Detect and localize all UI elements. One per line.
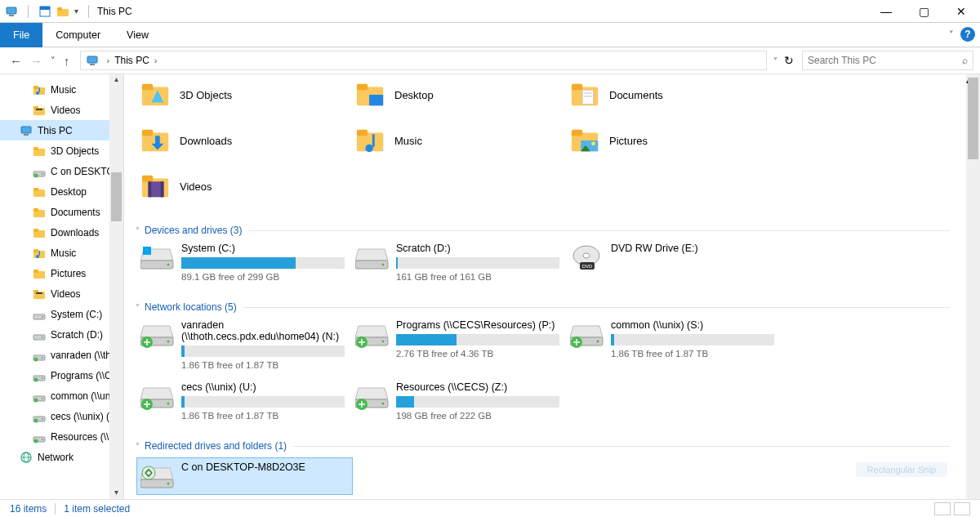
drive-item[interactable]: Programs (\\CECS\Resources) (P:)2.76 TB …	[355, 319, 570, 370]
folder-item[interactable]: Documents	[570, 79, 785, 110]
drive-item[interactable]: common (\\unix) (S:)1.86 TB free of 1.87…	[570, 319, 785, 370]
drive-item[interactable]: cecs (\\unix) (U:)1.86 TB free of 1.87 T…	[140, 381, 355, 421]
forward-button[interactable]: →	[30, 54, 42, 68]
group-header[interactable]: ˅Network locations (5)	[136, 301, 966, 313]
drive-icon	[140, 463, 175, 491]
folder-item[interactable]: Music	[355, 125, 570, 156]
scroll-thumb[interactable]	[111, 172, 122, 221]
computer-tab[interactable]: Computer	[42, 23, 114, 47]
search-box[interactable]: Search This PC ⌕	[802, 51, 973, 70]
view-details-button[interactable]	[934, 502, 951, 515]
drive-free-text: 89.1 GB free of 299 GB	[181, 272, 355, 282]
tree-item[interactable]: Programs (\\CECS	[0, 365, 123, 386]
usage-bar	[396, 257, 559, 269]
view-tab[interactable]: View	[114, 23, 162, 47]
tree-item[interactable]: System (C:)	[0, 304, 123, 324]
close-button[interactable]: ✕	[942, 0, 980, 23]
drive-item[interactable]: vanraden (\\thoth.cecs.pdx.edu\home04) (…	[140, 319, 355, 370]
drive-name: Resources (\\CECS) (Z:)	[396, 381, 570, 393]
usage-bar	[611, 334, 774, 345]
drive-item[interactable]: Scratch (D:)161 GB free of 161 GB	[355, 243, 570, 282]
ribbon: File Computer View ˅ ?	[0, 23, 980, 47]
search-icon[interactable]: ⌕	[962, 55, 968, 66]
desktop-icon	[355, 79, 386, 110]
pictures-icon	[570, 125, 601, 156]
tree-item-label: Documents	[51, 207, 100, 218]
chevron-down-icon[interactable]: ˅	[136, 442, 140, 451]
content-scrollbar[interactable]: ▴	[966, 74, 980, 501]
tree-item-label: Videos	[51, 288, 80, 300]
chevron-down-icon[interactable]: ˅	[136, 226, 140, 235]
drive-item[interactable]: C on DESKTOP-M8D2O3E	[137, 458, 352, 494]
tree-item[interactable]: Scratch (D:)	[0, 324, 123, 345]
tree-item-label: Desktop	[51, 186, 87, 198]
tree-item[interactable]: Resources (\\CEC	[0, 426, 123, 447]
drive-item[interactable]: DVD RW Drive (E:)	[570, 243, 785, 282]
tree-item[interactable]: Music	[0, 243, 123, 263]
drive-icon	[33, 328, 46, 341]
tree-item[interactable]: Desktop	[0, 181, 123, 202]
file-tab[interactable]: File	[0, 23, 42, 47]
drive-item[interactable]: Resources (\\CECS) (Z:)198 GB free of 22…	[355, 381, 570, 421]
address-bar[interactable]: › This PC ›	[80, 51, 768, 70]
tree-item[interactable]: C on DESKTOP-M	[0, 161, 123, 181]
tree-item[interactable]: Downloads	[0, 222, 123, 243]
tree-item-this-pc[interactable]: This PC	[0, 120, 123, 140]
folder-item[interactable]: Desktop	[355, 79, 570, 110]
netdrive-icon	[33, 430, 46, 443]
music-icon	[355, 125, 386, 156]
tree-item[interactable]: Videos	[0, 100, 123, 120]
new-folder-icon[interactable]	[56, 5, 69, 18]
breadcrumb-sep: ›	[107, 56, 110, 65]
help-button[interactable]: ?	[960, 27, 975, 42]
tree-item-network[interactable]: Network	[0, 447, 123, 467]
folder-label: 3D Objects	[180, 89, 232, 101]
drive-name: C on DESKTOP-M8D2O3E	[181, 461, 349, 473]
up-button[interactable]: ↑	[64, 54, 70, 68]
folder-item[interactable]: Videos	[140, 171, 355, 202]
breadcrumb-sep[interactable]: ›	[154, 56, 158, 65]
tree-item[interactable]: Pictures	[0, 263, 123, 283]
group-header[interactable]: ˅Devices and drives (3)	[136, 225, 966, 236]
title-bar: ▾ This PC — ▢ ✕	[0, 0, 980, 23]
breadcrumb-root[interactable]: This PC	[114, 55, 149, 66]
drive-free-text: 1.86 TB free of 1.87 TB	[181, 411, 355, 421]
scroll-up-icon[interactable]: ▴	[109, 74, 123, 88]
tree-item[interactable]: vanraden (\\thoth	[0, 345, 123, 365]
drive-item[interactable]: System (C:)89.1 GB free of 299 GB	[140, 243, 355, 282]
group-header[interactable]: ˅Redirected drives and folders (1)	[136, 440, 966, 452]
expand-ribbon-icon[interactable]: ˅	[949, 29, 954, 40]
recent-locations-button[interactable]: ˅	[51, 56, 56, 66]
folder-label: Downloads	[180, 135, 232, 147]
address-history-button[interactable]: ˅	[773, 56, 777, 65]
maximize-button[interactable]: ▢	[905, 0, 942, 23]
folder-item[interactable]: Downloads	[140, 125, 355, 156]
tree-item[interactable]: 3D Objects	[0, 140, 123, 161]
minimize-button[interactable]: —	[867, 0, 905, 23]
pc-icon	[20, 124, 33, 137]
chevron-down-icon[interactable]: ˅	[136, 303, 140, 312]
scroll-thumb[interactable]	[968, 78, 978, 159]
drive-icon	[570, 244, 604, 272]
back-button[interactable]: ←	[10, 54, 22, 68]
refresh-button[interactable]: ↻	[784, 54, 794, 67]
tree-item[interactable]: Music	[0, 79, 123, 100]
properties-icon[interactable]	[38, 5, 51, 18]
folder-item[interactable]: Pictures	[570, 125, 785, 156]
video-icon	[33, 287, 46, 301]
tree-item-label: Videos	[51, 105, 80, 116]
tree-item[interactable]: Documents	[0, 202, 123, 222]
qat-customize-icon[interactable]: ▾	[74, 7, 78, 16]
sidebar-scrollbar[interactable]: ▴ ▾	[109, 74, 123, 501]
drive-name: vanraden (\\thoth.cecs.pdx.edu\home04) (…	[181, 319, 355, 342]
tree-item[interactable]: common (\\unix)	[0, 386, 123, 406]
tree-item[interactable]: Videos	[0, 283, 123, 304]
videos-icon	[140, 171, 172, 202]
tree-item[interactable]: cecs (\\unix) (U:)	[0, 406, 123, 426]
view-large-button[interactable]	[954, 502, 970, 515]
folder-item[interactable]: 3D Objects	[140, 79, 355, 110]
music-icon	[33, 247, 46, 260]
tree-item-label: 3D Objects	[51, 145, 99, 157]
netdrive-icon	[33, 369, 46, 382]
drive-name: cecs (\\unix) (U:)	[181, 381, 355, 393]
